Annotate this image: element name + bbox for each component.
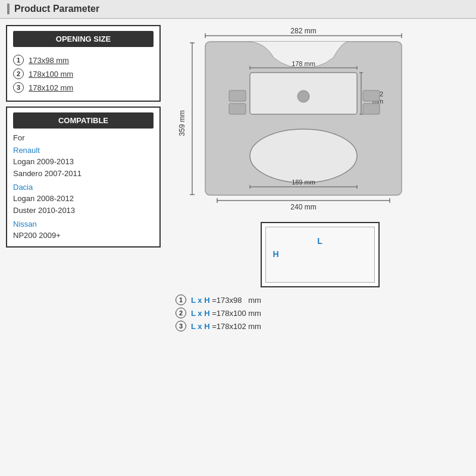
lxh-item-1: 1 L x H =173x98 mm [176,295,470,305]
lxh-section: L H 1 L x H =173x98 mm 2 L x H =178x100 [170,222,470,334]
page-wrapper: Product Parameter OPENING SIZE 1 173x98 … [0,0,476,476]
lxh-items: 1 L x H =173x98 mm 2 L x H =178x100 mm 3… [170,292,470,334]
renault-model-1: Logan 2009-2013 [13,156,154,168]
lxh-label-2: L x H [191,309,210,318]
for-label: For [13,133,154,142]
opening-size-header: OPENING SIZE [13,31,154,47]
nissan-model-1: NP200 2009+ [13,230,154,242]
svg-rect-21 [363,90,380,101]
size-value-2: 178x100 mm [29,70,73,79]
label-H: H [273,249,279,259]
label-L: L [317,236,322,246]
circle-3: 3 [13,82,24,93]
compatible-header: COMPATIBLE [13,112,154,129]
svg-text:282 mm: 282 mm [290,27,316,35]
page-title: Product Parameter [7,4,99,14]
page-header: Product Parameter [0,0,476,19]
svg-point-24 [250,129,357,183]
size-item-2: 2 178x100 mm [13,68,154,79]
rect-inner: L H [265,227,375,283]
brand-nissan: Nissan [13,220,154,228]
svg-text:178 mm: 178 mm [292,60,315,67]
dacia-model-2: Duster 2010-2013 [13,205,154,217]
lxh-item-2: 2 L x H =178x100 mm [176,308,470,318]
size-item-3: 3 178x102 mm [13,82,154,93]
renault-model-2: Sandero 2007-2011 [13,168,154,180]
opening-size-box: OPENING SIZE 1 173x98 mm 2 178x100 mm 3 … [6,25,161,102]
svg-text:359 mm: 359 mm [178,110,186,136]
size-value-3: 178x102 mm [29,83,73,92]
svg-text:240 mm: 240 mm [290,203,316,211]
circle-1: 1 [13,55,24,65]
size-item-1: 1 173x98 mm [13,55,154,65]
lxh-circle-2: 2 [176,308,186,318]
lxh-label-1: L x H [191,296,210,305]
svg-rect-20 [229,104,246,114]
lxh-item-3: 3 L x H =178x102 mm [176,321,470,331]
fascia-svg: 282 mm 359 mm [170,25,425,221]
lxh-circle-1: 1 [176,295,186,305]
lxh-circle-3: 3 [176,321,186,331]
size-value-1: 173x98 mm [29,56,69,65]
right-panel: 282 mm 359 mm [167,25,470,470]
lxh-value-3: =178x102 mm [210,322,261,331]
svg-rect-22 [363,104,380,114]
svg-rect-19 [229,90,246,101]
dacia-model-1: Logan 2008-2012 [13,193,154,205]
rect-diagram: L H [261,222,380,287]
lxh-value-2: =178x100 mm [210,309,261,318]
brand-dacia: Dacia [13,183,154,192]
lxh-label-3: L x H [191,322,210,331]
compatible-box: COMPATIBLE For Renault Logan 2009-2013 S… [6,107,161,248]
fascia-diagram: 282 mm 359 mm [170,25,470,223]
main-content: OPENING SIZE 1 173x98 mm 2 178x100 mm 3 … [0,19,476,476]
left-panel: OPENING SIZE 1 173x98 mm 2 178x100 mm 3 … [6,25,161,470]
circle-2: 2 [13,68,24,79]
svg-point-23 [298,90,309,102]
brand-renault: Renault [13,146,154,155]
lxh-value-1: =173x98 mm [210,296,261,305]
svg-text:189 mm: 189 mm [292,178,315,186]
